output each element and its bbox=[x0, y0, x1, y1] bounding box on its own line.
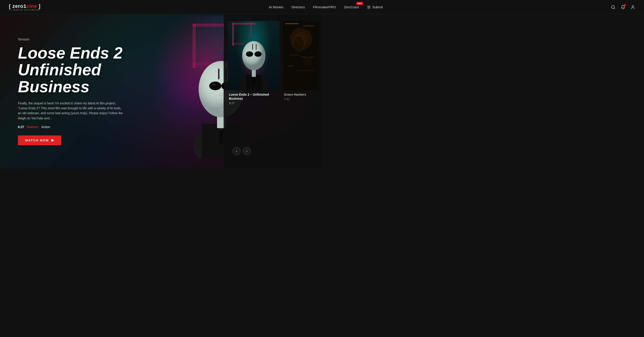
movie-card-2[interactable]: Green Hackers 7:41 bbox=[283, 21, 319, 107]
svg-point-16 bbox=[209, 82, 222, 90]
play-icon bbox=[52, 139, 54, 142]
hero-genres-label: Genres: bbox=[27, 125, 39, 129]
movie-card-1-info: Loose Ends 2 – Unfinished Business 6:27 bbox=[228, 90, 280, 107]
svg-point-34 bbox=[254, 51, 262, 57]
movie-card-1[interactable]: Loose Ends 2 – Unfinished Business 6:27 bbox=[228, 21, 280, 107]
logo[interactable]: [ zero1cine ] AI MOVIE DATABASE bbox=[9, 3, 40, 11]
next-arrow-icon: › bbox=[246, 149, 248, 153]
hero-duration: 6:27 bbox=[18, 125, 24, 129]
hero-description: Finally, the sequel is here! I'm excited… bbox=[18, 101, 125, 121]
svg-point-30 bbox=[242, 41, 266, 70]
svg-rect-42 bbox=[290, 54, 299, 55]
svg-rect-14 bbox=[218, 69, 219, 79]
svg-rect-32 bbox=[256, 44, 256, 50]
svg-point-20 bbox=[220, 109, 223, 111]
movie-card-2-info: Green Hackers 7:41 bbox=[283, 90, 319, 103]
svg-rect-28 bbox=[252, 69, 256, 77]
prev-card-button[interactable]: ‹ bbox=[232, 147, 240, 155]
cards-scroll: Loose Ends 2 – Unfinished Business 6:27 bbox=[228, 21, 322, 107]
header: [ zero1cine ] AI MOVIE DATABASE AI Movie… bbox=[0, 0, 322, 14]
hero-content: Tension Loose Ends 2UnfinishedBusiness F… bbox=[0, 37, 125, 145]
svg-rect-22 bbox=[232, 23, 255, 24]
movie-card-2-title: Green Hackers bbox=[284, 92, 318, 96]
movie-card-1-title: Loose Ends 2 – Unfinished Business bbox=[229, 92, 278, 101]
svg-rect-31 bbox=[252, 44, 253, 50]
hero-title: Loose Ends 2UnfinishedBusiness bbox=[18, 45, 125, 95]
movie-card-1-thumb bbox=[228, 21, 280, 90]
prev-arrow-icon: ‹ bbox=[236, 149, 237, 153]
hero-tag: Tension bbox=[18, 37, 125, 41]
svg-point-35 bbox=[248, 52, 250, 54]
nav-filmmaker-pro[interactable]: FilmmakerPRO bbox=[313, 5, 322, 9]
svg-rect-23 bbox=[232, 43, 244, 44]
svg-rect-24 bbox=[250, 23, 251, 37]
watch-now-label: WATCH NOW bbox=[25, 139, 49, 142]
logo-text: [ zero1cine ] bbox=[9, 3, 40, 9]
movie-card-1-duration: 6:27 bbox=[229, 101, 278, 105]
svg-rect-45 bbox=[296, 70, 314, 71]
svg-point-47 bbox=[303, 57, 312, 66]
hero-section: Tension Loose Ends 2UnfinishedBusiness F… bbox=[0, 0, 322, 168]
hero-genre: Action bbox=[41, 125, 50, 129]
cards-navigation: ‹ › bbox=[232, 147, 251, 155]
svg-rect-40 bbox=[285, 23, 299, 24]
main-nav: AI Movies Directors FilmmakerPRO Zero1ca… bbox=[269, 5, 322, 9]
svg-point-33 bbox=[246, 51, 253, 57]
nav-ai-movies[interactable]: AI Movies bbox=[269, 5, 284, 9]
svg-point-36 bbox=[256, 52, 258, 54]
side-cards-panel: Loose Ends 2 – Unfinished Business 6:27 bbox=[224, 14, 322, 168]
watch-now-button[interactable]: WATCH NOW bbox=[18, 135, 61, 145]
svg-point-46 bbox=[293, 35, 304, 51]
movie-card-2-thumb bbox=[283, 21, 319, 90]
svg-rect-44 bbox=[288, 66, 294, 66]
logo-subtitle: AI MOVIE DATABASE bbox=[9, 9, 40, 11]
svg-rect-21 bbox=[232, 23, 234, 45]
next-card-button[interactable]: › bbox=[243, 147, 251, 155]
svg-rect-3 bbox=[193, 24, 195, 67]
svg-point-18 bbox=[212, 83, 216, 86]
svg-rect-41 bbox=[303, 25, 314, 26]
movie-card-2-duration: 7:41 bbox=[284, 97, 318, 101]
nav-directors[interactable]: Directors bbox=[292, 5, 305, 9]
hero-meta: 6:27 Genres: Action bbox=[18, 125, 125, 129]
